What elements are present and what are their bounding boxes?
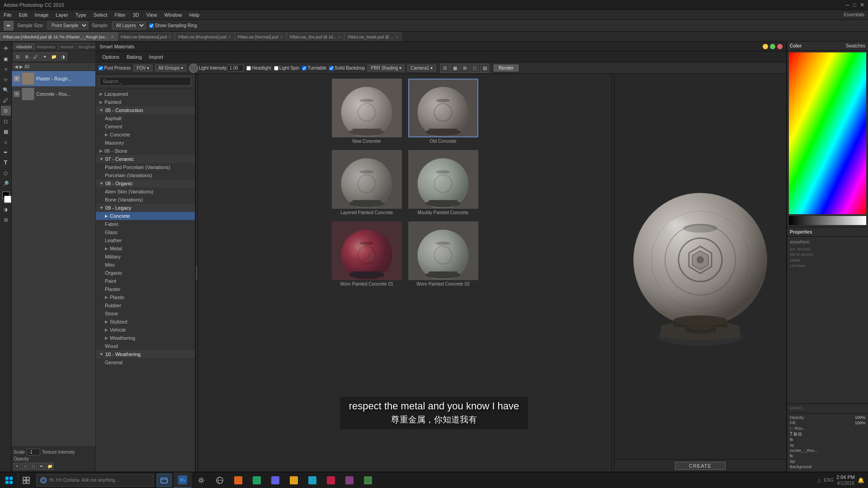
all-groups-btn[interactable]: All Groups ▾ — [155, 65, 186, 71]
viewport-icon-4[interactable]: ◻ — [470, 64, 479, 73]
tree-item-bone[interactable]: Bone (Variations) — [96, 196, 195, 204]
tool-zoom[interactable]: 🔎 — [1, 178, 11, 188]
layer-brush-btn[interactable]: ✒ — [38, 463, 45, 470]
nav-arrow-right[interactable]: ▶ — [19, 64, 23, 69]
menu-filter[interactable]: Filter — [111, 12, 129, 18]
layer-tab-metalness[interactable]: Metalness — [35, 43, 58, 50]
tool-move[interactable]: ✛ — [1, 43, 11, 53]
sidebar-paint-icon[interactable]: 🖊 — [32, 52, 40, 61]
viewport-icon-3[interactable]: ⊞ — [460, 64, 469, 73]
viewport-render-area[interactable] — [614, 74, 786, 459]
headlight-check[interactable]: Headlight — [246, 66, 271, 70]
tree-item-asphalt[interactable]: Asphalt — [96, 114, 195, 122]
tool-eraser[interactable]: ◻ — [1, 116, 11, 126]
tree-item-plastic[interactable]: ▶ Plastic — [96, 293, 195, 301]
layer-item-0[interactable]: 👁 Plaster - Rough... — [12, 71, 95, 86]
tree-item-painted[interactable]: ▶ Painted — [96, 98, 195, 106]
tree-item-military[interactable]: Military — [96, 253, 195, 261]
sp-menu-import[interactable]: Import — [146, 54, 167, 60]
mat-card-worn-painted-02[interactable]: Worn Painted Concrete 02 — [408, 221, 478, 286]
nav-arrow-left[interactable]: ◀ — [14, 64, 18, 69]
post-process-check[interactable]: Post Process — [99, 66, 131, 70]
tree-item-concrete-09[interactable]: ▶ Concrete — [96, 212, 195, 220]
sidebar-effect-icon[interactable]: ✦ — [41, 52, 49, 61]
tool-text[interactable]: T — [1, 158, 11, 168]
light-intensity-input[interactable] — [227, 65, 244, 71]
sidebar-group-icon[interactable]: ⊞ — [23, 52, 31, 61]
sidebar-folder-icon[interactable]: 📁 — [50, 52, 58, 61]
taskbar-explorer-btn[interactable] — [156, 474, 172, 487]
menu-3d[interactable]: 3D — [129, 12, 143, 18]
layer-tab-albedom[interactable]: AlbedoM — [14, 43, 34, 50]
tree-item-concrete-05[interactable]: ▶ Concrete — [96, 131, 195, 139]
scale-input[interactable] — [27, 449, 40, 455]
tree-item-weathering[interactable]: ▶ Weathering — [96, 334, 195, 342]
menu-layer[interactable]: Layer — [52, 12, 72, 18]
tree-item-paint[interactable]: Paint — [96, 277, 195, 285]
text-tool-icon[interactable]: T — [790, 432, 793, 436]
create-button[interactable]: CREATE — [675, 462, 726, 470]
taskbar-app3-btn[interactable] — [266, 472, 284, 488]
tree-item-plaster[interactable]: Plaster — [96, 285, 195, 293]
menu-window[interactable]: Window — [160, 12, 185, 18]
light-spin-check[interactable]: Light Spin — [274, 66, 299, 70]
extra-icon[interactable]: ⊟ — [798, 432, 802, 436]
tool-stamp[interactable]: ⊙ — [1, 106, 11, 116]
tree-item-general[interactable]: General — [96, 358, 195, 366]
color-spectrum[interactable] — [789, 216, 866, 225]
viewport-icon-1[interactable]: ⊟ — [440, 64, 449, 73]
tab-close-3[interactable]: ✕ — [280, 35, 283, 39]
sample-select[interactable]: All Layers — [112, 22, 146, 29]
background-color[interactable] — [4, 196, 11, 203]
layer-visibility-1[interactable]: 👁 — [14, 91, 20, 97]
layer-visibility-0[interactable]: 👁 — [14, 75, 20, 82]
file-tab-2[interactable]: PillarLow [Roughness].psd ✕ — [175, 32, 235, 41]
tree-item-painted-porcelain[interactable]: Painted Porcelain (Variations) — [96, 163, 195, 171]
tree-item-stylized[interactable]: ▶ Stylized — [96, 318, 195, 326]
tool-dodge[interactable]: ☼ — [1, 137, 11, 147]
menu-file[interactable]: File — [0, 12, 15, 18]
sp-menu-options[interactable]: Options — [99, 54, 123, 60]
viewport-icon-2[interactable]: ▦ — [450, 64, 459, 73]
tree-item-metal[interactable]: ▶ Metal — [96, 244, 195, 253]
taskbar-app2-btn[interactable] — [248, 472, 266, 488]
tool-extra2[interactable]: ⊟ — [1, 215, 11, 225]
tree-item-07-ceramic[interactable]: ▼ 07 - Ceramic — [96, 155, 195, 163]
tree-item-09-legacy[interactable]: ▼ 09 - Legacy — [96, 204, 195, 212]
ps-maximize[interactable]: □ — [853, 2, 856, 8]
layer-circle-btn[interactable]: ○ — [22, 463, 29, 470]
fov-btn[interactable]: FOV ▾ — [133, 65, 152, 71]
solid-backdrop-check[interactable]: Solid Backdrop — [329, 66, 365, 70]
tree-item-leather[interactable]: Leather — [96, 236, 195, 244]
file-tab-3[interactable]: PillarLow [Normal].psd ✕ — [235, 32, 287, 41]
start-button[interactable] — [0, 472, 18, 488]
tree-item-10-weathering[interactable]: ▼ 10 - Weathering — [96, 350, 195, 358]
mat-card-new-concrete[interactable]: New Concrete — [332, 79, 402, 144]
cortana-search[interactable]: Hi, I'm Cortana. Ask me anything. — [36, 474, 154, 487]
taskbar-browser-btn[interactable] — [211, 472, 229, 488]
tool-lasso[interactable]: ⌗ — [1, 64, 11, 74]
file-tab-5[interactable]: PillarLow_Mask.psd @ ... ✕ — [344, 32, 402, 41]
tree-item-glass[interactable]: Glass — [96, 228, 195, 236]
tree-item-cement[interactable]: Cement — [96, 122, 195, 131]
layer-tab-normal[interactable]: Normal — [58, 43, 76, 50]
taskbar-app4-btn[interactable] — [285, 472, 303, 488]
taskbar-ps-btn[interactable]: Ps — [174, 472, 192, 488]
tree-item-08-organic[interactable]: ▼ 08 - Organic — [96, 179, 195, 188]
sp-menu-baking[interactable]: Baking — [123, 54, 146, 60]
sp-close-btn[interactable] — [777, 44, 783, 49]
tab-close-5[interactable]: ✕ — [395, 35, 399, 39]
tree-item-05-construction[interactable]: ▼ 05 - Construction — [96, 106, 195, 114]
tool-brush[interactable]: 🖊 — [1, 95, 11, 105]
tree-item-stone[interactable]: Stone — [96, 310, 195, 318]
file-tab-1[interactable]: PillarLow [Metalness].psd ✕ — [118, 32, 175, 41]
viewport-icon-5[interactable]: ▤ — [480, 64, 489, 73]
tool-eyedropper[interactable]: 🔍 — [1, 85, 11, 95]
tool-shape[interactable]: ⬡ — [1, 168, 11, 178]
color-gradient[interactable] — [789, 52, 866, 214]
render-btn[interactable]: Render — [494, 65, 519, 71]
mat-card-old-concrete[interactable]: Old Concrete — [408, 79, 478, 144]
layer-square-btn[interactable]: □ — [30, 463, 37, 470]
search-input[interactable] — [99, 77, 191, 86]
tree-item-lacquered[interactable]: ▶ Lacquered — [96, 90, 195, 98]
